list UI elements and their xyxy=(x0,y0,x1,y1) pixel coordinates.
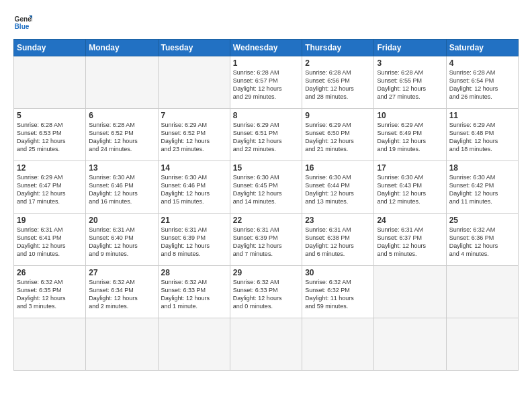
calendar-page: General Blue SundayMondayTuesdayWednesda… xyxy=(0,0,532,411)
calendar-body: 1Sunrise: 6:28 AM Sunset: 6:57 PM Daylig… xyxy=(14,56,519,371)
day-number: 18 xyxy=(449,163,515,173)
day-info: Sunrise: 6:29 AM Sunset: 6:50 PM Dayligh… xyxy=(305,121,371,154)
svg-text:Blue: Blue xyxy=(15,23,30,30)
empty-day-cell xyxy=(374,266,446,318)
day-info: Sunrise: 6:29 AM Sunset: 6:52 PM Dayligh… xyxy=(161,121,227,154)
day-cell-15: 15Sunrise: 6:30 AM Sunset: 6:45 PM Dayli… xyxy=(230,161,302,214)
empty-day-cell xyxy=(302,318,374,371)
weekday-header-saturday: Saturday xyxy=(446,40,518,56)
day-number: 21 xyxy=(161,216,227,225)
day-info: Sunrise: 6:29 AM Sunset: 6:49 PM Dayligh… xyxy=(377,121,443,154)
calendar-week-row xyxy=(14,318,519,371)
day-cell-20: 20Sunrise: 6:31 AM Sunset: 6:40 PM Dayli… xyxy=(86,214,158,266)
day-number: 26 xyxy=(17,268,83,277)
day-cell-2: 2Sunrise: 6:28 AM Sunset: 6:56 PM Daylig… xyxy=(302,56,374,109)
day-number: 11 xyxy=(449,111,515,120)
calendar-week-row: 19Sunrise: 6:31 AM Sunset: 6:41 PM Dayli… xyxy=(14,214,519,266)
day-number: 27 xyxy=(89,268,154,277)
day-number: 23 xyxy=(305,216,371,225)
day-info: Sunrise: 6:32 AM Sunset: 6:33 PM Dayligh… xyxy=(233,278,299,311)
empty-day-cell xyxy=(446,266,518,318)
day-number: 22 xyxy=(233,216,299,225)
day-number: 30 xyxy=(305,268,371,277)
day-cell-10: 10Sunrise: 6:29 AM Sunset: 6:49 PM Dayli… xyxy=(374,109,446,161)
day-info: Sunrise: 6:31 AM Sunset: 6:38 PM Dayligh… xyxy=(305,226,371,259)
day-cell-4: 4Sunrise: 6:28 AM Sunset: 6:54 PM Daylig… xyxy=(446,56,518,109)
day-info: Sunrise: 6:30 AM Sunset: 6:45 PM Dayligh… xyxy=(233,173,299,206)
day-info: Sunrise: 6:28 AM Sunset: 6:53 PM Dayligh… xyxy=(17,121,83,154)
day-info: Sunrise: 6:31 AM Sunset: 6:41 PM Dayligh… xyxy=(17,226,83,259)
day-info: Sunrise: 6:30 AM Sunset: 6:43 PM Dayligh… xyxy=(377,173,443,206)
header: General Blue xyxy=(13,11,519,32)
day-number: 14 xyxy=(161,163,227,173)
day-number: 12 xyxy=(17,163,83,173)
day-info: Sunrise: 6:29 AM Sunset: 6:51 PM Dayligh… xyxy=(233,121,299,154)
day-cell-27: 27Sunrise: 6:32 AM Sunset: 6:34 PM Dayli… xyxy=(86,266,158,318)
day-info: Sunrise: 6:28 AM Sunset: 6:56 PM Dayligh… xyxy=(305,68,371,101)
calendar-week-row: 1Sunrise: 6:28 AM Sunset: 6:57 PM Daylig… xyxy=(14,56,519,109)
day-info: Sunrise: 6:32 AM Sunset: 6:36 PM Dayligh… xyxy=(449,226,515,259)
empty-day-cell xyxy=(86,318,158,371)
day-cell-17: 17Sunrise: 6:30 AM Sunset: 6:43 PM Dayli… xyxy=(374,161,446,214)
calendar-week-row: 26Sunrise: 6:32 AM Sunset: 6:35 PM Dayli… xyxy=(14,266,519,318)
day-number: 5 xyxy=(17,111,83,120)
day-number: 10 xyxy=(377,111,443,120)
day-number: 1 xyxy=(233,58,299,68)
day-cell-23: 23Sunrise: 6:31 AM Sunset: 6:38 PM Dayli… xyxy=(302,214,374,266)
logo: General Blue xyxy=(13,13,35,32)
day-number: 6 xyxy=(89,111,154,120)
day-info: Sunrise: 6:32 AM Sunset: 6:32 PM Dayligh… xyxy=(305,278,371,311)
day-info: Sunrise: 6:28 AM Sunset: 6:57 PM Dayligh… xyxy=(233,68,299,101)
empty-day-cell xyxy=(374,318,446,371)
day-number: 3 xyxy=(377,58,443,68)
weekday-header-wednesday: Wednesday xyxy=(230,40,302,56)
day-info: Sunrise: 6:28 AM Sunset: 6:52 PM Dayligh… xyxy=(89,121,154,154)
day-number: 17 xyxy=(377,163,443,173)
day-info: Sunrise: 6:32 AM Sunset: 6:35 PM Dayligh… xyxy=(17,278,83,311)
day-cell-28: 28Sunrise: 6:32 AM Sunset: 6:33 PM Dayli… xyxy=(158,266,230,318)
day-number: 29 xyxy=(233,268,299,277)
day-info: Sunrise: 6:30 AM Sunset: 6:42 PM Dayligh… xyxy=(449,173,515,206)
day-number: 28 xyxy=(161,268,227,277)
day-cell-5: 5Sunrise: 6:28 AM Sunset: 6:53 PM Daylig… xyxy=(14,109,86,161)
day-info: Sunrise: 6:30 AM Sunset: 6:44 PM Dayligh… xyxy=(305,173,371,206)
calendar-week-row: 5Sunrise: 6:28 AM Sunset: 6:53 PM Daylig… xyxy=(14,109,519,161)
svg-text:General: General xyxy=(15,15,32,23)
day-info: Sunrise: 6:31 AM Sunset: 6:39 PM Dayligh… xyxy=(233,226,299,259)
day-cell-29: 29Sunrise: 6:32 AM Sunset: 6:33 PM Dayli… xyxy=(230,266,302,318)
day-cell-1: 1Sunrise: 6:28 AM Sunset: 6:57 PM Daylig… xyxy=(230,56,302,109)
day-info: Sunrise: 6:30 AM Sunset: 6:46 PM Dayligh… xyxy=(161,173,227,206)
day-cell-11: 11Sunrise: 6:29 AM Sunset: 6:48 PM Dayli… xyxy=(446,109,518,161)
day-cell-12: 12Sunrise: 6:29 AM Sunset: 6:47 PM Dayli… xyxy=(14,161,86,214)
day-number: 20 xyxy=(89,216,154,225)
logo-icon: General Blue xyxy=(13,13,32,32)
empty-day-cell xyxy=(230,318,302,371)
day-number: 16 xyxy=(305,163,371,173)
day-info: Sunrise: 6:32 AM Sunset: 6:33 PM Dayligh… xyxy=(161,278,227,311)
day-number: 2 xyxy=(305,58,371,68)
empty-day-cell xyxy=(158,318,230,371)
weekday-header-row: SundayMondayTuesdayWednesdayThursdayFrid… xyxy=(14,40,519,56)
day-cell-24: 24Sunrise: 6:31 AM Sunset: 6:37 PM Dayli… xyxy=(374,214,446,266)
weekday-header-tuesday: Tuesday xyxy=(158,40,230,56)
weekday-header-monday: Monday xyxy=(86,40,158,56)
weekday-header-thursday: Thursday xyxy=(302,40,374,56)
day-number: 7 xyxy=(161,111,227,120)
day-number: 4 xyxy=(449,58,515,68)
day-cell-7: 7Sunrise: 6:29 AM Sunset: 6:52 PM Daylig… xyxy=(158,109,230,161)
empty-day-cell xyxy=(14,56,86,109)
calendar-table: SundayMondayTuesdayWednesdayThursdayFrid… xyxy=(13,39,519,371)
day-number: 9 xyxy=(305,111,371,120)
day-info: Sunrise: 6:29 AM Sunset: 6:47 PM Dayligh… xyxy=(17,173,83,206)
day-cell-30: 30Sunrise: 6:32 AM Sunset: 6:32 PM Dayli… xyxy=(302,266,374,318)
day-info: Sunrise: 6:28 AM Sunset: 6:54 PM Dayligh… xyxy=(449,68,515,101)
day-number: 13 xyxy=(89,163,154,173)
day-cell-26: 26Sunrise: 6:32 AM Sunset: 6:35 PM Dayli… xyxy=(14,266,86,318)
day-number: 25 xyxy=(449,216,515,225)
day-info: Sunrise: 6:29 AM Sunset: 6:48 PM Dayligh… xyxy=(449,121,515,154)
day-cell-22: 22Sunrise: 6:31 AM Sunset: 6:39 PM Dayli… xyxy=(230,214,302,266)
day-cell-25: 25Sunrise: 6:32 AM Sunset: 6:36 PM Dayli… xyxy=(446,214,518,266)
day-cell-16: 16Sunrise: 6:30 AM Sunset: 6:44 PM Dayli… xyxy=(302,161,374,214)
day-number: 15 xyxy=(233,163,299,173)
empty-day-cell xyxy=(446,318,518,371)
